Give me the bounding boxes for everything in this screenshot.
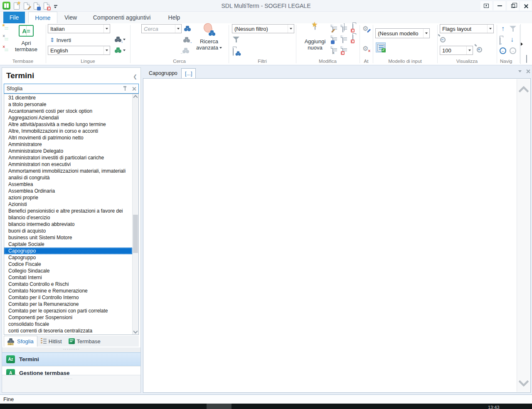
list-item[interactable]: Comitato Controllo e Rischi xyxy=(4,281,132,288)
list-item[interactable]: Amministratore xyxy=(4,141,132,148)
search-button[interactable] xyxy=(184,25,191,33)
list-item[interactable]: bilancio intermedio abbreviato xyxy=(4,221,132,228)
tab-capogruppo[interactable]: Capogruppo xyxy=(145,68,181,78)
last-entry-button[interactable]: ↓ xyxy=(510,36,514,43)
list-item[interactable]: conto economico xyxy=(4,334,132,335)
tab-sfoglia[interactable]: ABC Sfoglia xyxy=(4,336,37,347)
ribbon-display-options-button[interactable] xyxy=(480,1,492,10)
list-item[interactable]: Azionisti xyxy=(4,201,132,208)
save-entry-button[interactable] xyxy=(332,36,333,43)
chevron-down-icon[interactable] xyxy=(175,25,181,33)
filter-combo[interactable]: (Nessun filtro) xyxy=(232,24,294,33)
pin-icon[interactable] xyxy=(123,86,127,91)
tab-file[interactable]: File xyxy=(3,12,25,23)
navigate-back-button[interactable]: ← xyxy=(500,47,506,54)
zoom-level-combo[interactable]: 100 xyxy=(440,46,473,55)
edit-task-button[interactable]: ⚙ xyxy=(362,25,368,32)
tab-home[interactable]: Home xyxy=(28,12,57,23)
list-item[interactable]: Altre attività/passività a medio lungo t… xyxy=(4,121,132,128)
open-termbase-button[interactable]: A= Apri termbase xyxy=(12,25,41,52)
open-cross-reference-button[interactable]: → xyxy=(500,37,500,45)
close-icon[interactable] xyxy=(132,87,136,91)
scroll-down-button[interactable] xyxy=(517,378,530,388)
list-item[interactable]: Capogruppo xyxy=(4,248,132,254)
list-item[interactable]: bilancio d'esercizio xyxy=(4,214,132,221)
list-item[interactable]: Assemblea Ordinaria xyxy=(4,188,132,194)
delete-entry-button[interactable] xyxy=(342,47,343,54)
tab-termbase[interactable]: Termbase xyxy=(65,336,104,347)
list-item[interactable]: analisi di congruità xyxy=(4,174,132,181)
cancel-edit-button[interactable]: × xyxy=(332,47,333,54)
tab-help[interactable]: Help xyxy=(165,12,184,23)
scroll-up-button[interactable] xyxy=(133,94,138,101)
list-item[interactable]: Comitati Interni xyxy=(4,274,132,281)
search-back-button[interactable]: ← xyxy=(182,47,189,55)
entry-scrollbar[interactable] xyxy=(517,79,530,392)
toggle-input-model-button[interactable]: ✓ xyxy=(376,42,386,52)
collapse-ribbon-button[interactable] xyxy=(526,56,527,63)
invert-languages-button[interactable]: ⇕ Inverti xyxy=(50,37,71,43)
search-input[interactable]: Cerca xyxy=(141,24,182,33)
tab-hitlist[interactable]: Hitlist xyxy=(37,336,65,347)
scroll-up-button[interactable] xyxy=(517,82,530,95)
input-model-combo[interactable]: (Nessun modello xyxy=(375,28,430,38)
list-item[interactable]: azioni proprie xyxy=(4,194,132,201)
collapse-panel-arrow[interactable]: ❮ xyxy=(133,74,137,79)
fuzzy-search-dropdown[interactable] xyxy=(115,47,126,53)
list-item[interactable]: Altri movimenti di patrimonio netto xyxy=(4,134,132,141)
entry-content[interactable] xyxy=(143,78,531,393)
advanced-search-button[interactable]: Ricerca avanzata xyxy=(195,23,224,51)
list-item[interactable]: Capitale Sociale xyxy=(4,241,132,248)
filter-search-button[interactable] xyxy=(233,48,234,56)
tab-ellipsis[interactable]: [...] xyxy=(181,68,196,78)
taskbar[interactable]: 13:43 xyxy=(0,404,532,409)
sync-entry-button[interactable] xyxy=(342,36,343,43)
list-item[interactable]: Capogruppo xyxy=(4,254,132,261)
taskbar-button[interactable] xyxy=(207,404,232,409)
list-item[interactable]: Comitato Nomine e Remunerazione xyxy=(4,288,132,294)
ribbon-overflow-arrow[interactable] xyxy=(521,42,523,46)
list-item[interactable]: conti correnti di tesoreria centralizzat… xyxy=(4,327,132,334)
layout-combo[interactable]: Flags layout xyxy=(440,24,494,33)
delete-entries-folder-button[interactable] xyxy=(352,24,353,32)
panel-splitter[interactable]: ········· xyxy=(2,347,140,352)
copy-entry-button[interactable] xyxy=(342,25,343,32)
footer-splitter-dots[interactable]: ····· xyxy=(64,377,73,381)
close-button[interactable] xyxy=(520,1,532,10)
terms-scrollbar[interactable] xyxy=(132,94,138,335)
list-item[interactable]: business unit Sistemi Motore xyxy=(4,234,132,241)
list-item[interactable]: Aggregazioni Aziendali xyxy=(4,114,132,121)
search-forward-button[interactable]: → xyxy=(183,37,190,44)
chevron-down-icon[interactable] xyxy=(466,46,473,55)
list-item[interactable]: Comitato per la Remunerazione xyxy=(4,301,132,307)
scrollbar-thumb[interactable] xyxy=(133,215,138,253)
scroll-down-button[interactable] xyxy=(133,328,138,335)
list-item[interactable]: Amministratori non esecutivi xyxy=(4,161,132,168)
nav-item-termini[interactable]: Az Termini xyxy=(2,352,140,366)
list-item[interactable]: Amministratore Delegato xyxy=(4,148,132,154)
first-entry-button[interactable]: ↑ xyxy=(501,25,505,32)
chevron-down-icon[interactable] xyxy=(423,29,429,38)
list-item[interactable]: Componenti per Sospensioni xyxy=(4,314,132,321)
chevron-down-icon[interactable] xyxy=(103,46,110,55)
list-item[interactable]: Amministratori investiti di particolari … xyxy=(4,154,132,161)
target-language-combo[interactable]: English xyxy=(48,46,110,55)
list-item[interactable]: Benefici pensionistici e altre prestazio… xyxy=(4,208,132,214)
chevron-down-icon[interactable] xyxy=(103,25,110,33)
list-item[interactable]: Altre, Immobilizzazioni in corso e accon… xyxy=(4,128,132,134)
chevron-down-icon[interactable] xyxy=(487,25,493,33)
browse-header[interactable]: Sfoglia xyxy=(4,84,139,94)
list-item[interactable]: Collegio Sindacale xyxy=(4,268,132,274)
list-item[interactable]: 31 dicembre xyxy=(4,94,132,101)
chevron-down-icon[interactable] xyxy=(288,25,294,33)
tab-componenti-aggiuntivi[interactable]: Componenti aggiuntivi xyxy=(88,12,155,23)
add-new-entry-button[interactable]: ★ Aggiungi nuova xyxy=(300,23,330,51)
delete-multiple-button[interactable] xyxy=(352,35,353,42)
list-item[interactable]: consolidato fiscale xyxy=(4,321,132,327)
list-item[interactable]: Accantonamenti costi per stock option xyxy=(4,108,132,114)
list-item[interactable]: a titolo personale xyxy=(4,101,132,108)
edit-entry-button[interactable] xyxy=(332,25,333,32)
search-mode-dropdown[interactable]: ↓ xyxy=(115,37,126,42)
close-tab-icon[interactable] xyxy=(526,69,530,73)
delete-task-button[interactable]: ⚙ × xyxy=(362,45,368,52)
